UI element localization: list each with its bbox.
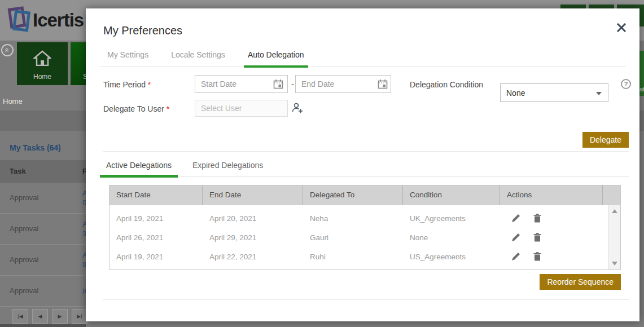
cell-condition: UK_Agreements (403, 214, 500, 223)
edit-icon[interactable] (511, 213, 521, 223)
tasks-pagination: |◀ ◀ ▶ ▶| (12, 309, 87, 324)
delegate-button[interactable]: Delegate (582, 132, 629, 148)
edit-icon[interactable] (511, 232, 521, 242)
screen: Icertis « Home S at Home My Tasks (64) T… (0, 0, 644, 327)
icertis-logo-text: Icertis (33, 6, 84, 35)
delegation-condition-select[interactable]: None (500, 83, 608, 102)
scroll-up-icon[interactable] (612, 209, 617, 213)
delegations-tabs: Active Delegations Expired Delegations (100, 160, 629, 176)
icertis-logo-icon (7, 6, 33, 35)
delegation-condition-value: None (506, 89, 525, 98)
select-user-input[interactable] (195, 100, 288, 117)
nav-tile-home[interactable]: Home (17, 42, 68, 85)
reorder-sequence-button[interactable]: Reorder Sequence (540, 274, 621, 290)
col-end-date: End Date (203, 185, 303, 205)
nav-tile-partial-right: at (639, 51, 644, 96)
cell-start-date: April 19, 2021 (109, 253, 203, 261)
my-tasks-col-task: Task (10, 167, 26, 175)
task-type: Approval (10, 224, 38, 233)
table-scrollbar[interactable] (608, 205, 620, 269)
page-next-button[interactable]: ▶ (52, 309, 68, 324)
delegate-to-user-label: Delegate To User * (103, 104, 169, 113)
chevron-down-icon (596, 92, 602, 95)
edit-icon[interactable] (511, 251, 521, 262)
page-first-button[interactable]: |◀ (12, 309, 28, 324)
end-date-input[interactable] (295, 75, 391, 93)
help-icon[interactable]: ? (621, 79, 631, 89)
nav-tile-partial-label: at (639, 86, 644, 92)
delete-icon[interactable] (532, 232, 542, 242)
dialog-title: My Preferences (103, 24, 182, 37)
col-condition: Condition (403, 185, 500, 205)
delegation-condition-label: Delegation Condition (410, 80, 483, 89)
cell-delegated-to: Neha (303, 214, 403, 223)
required-marker: * (167, 104, 169, 113)
cell-start-date: April 26, 2021 (109, 233, 203, 242)
tab-expired-delegations[interactable]: Expired Delegations (186, 160, 269, 176)
time-period-label: Time Period * (103, 80, 151, 89)
tab-active-delegations[interactable]: Active Delegations (100, 160, 178, 178)
col-actions: Actions (500, 185, 603, 205)
cell-condition: US_Agreements (403, 253, 500, 261)
col-spacer (603, 185, 620, 205)
my-tasks-title: My Tasks (64) (10, 143, 61, 152)
tab-auto-delegation[interactable]: Auto Delegation (244, 50, 308, 68)
page-last-button[interactable]: ▶| (72, 309, 87, 324)
my-preferences-dialog: My Preferences My Settings Locale Settin… (86, 8, 639, 321)
cell-condition: None (403, 233, 500, 242)
task-type: Approval (10, 255, 38, 264)
chevrons-up-icon: « (3, 48, 11, 52)
date-range-separator: - (291, 79, 294, 89)
add-user-icon[interactable] (291, 102, 304, 114)
cell-actions (500, 251, 603, 262)
cell-delegated-to: Gauri (303, 233, 403, 242)
nav-tile-home-label: Home (17, 73, 68, 81)
tab-my-settings[interactable]: My Settings (103, 50, 152, 67)
delegation-row: April 19, 2021 April 20, 2021 Neha UK_Ag… (109, 209, 620, 228)
page-prev-button[interactable]: ◀ (32, 309, 48, 324)
delegation-row: April 19, 2021 April 22, 2021 Ruhi US_Ag… (109, 247, 620, 266)
task-type: Approval (10, 193, 38, 202)
delete-icon[interactable] (532, 213, 542, 223)
cell-end-date: April 29, 2021 (203, 233, 303, 242)
required-marker: * (148, 80, 151, 89)
tab-locale-settings[interactable]: Locale Settings (167, 50, 229, 67)
cell-start-date: April 19, 2021 (109, 214, 203, 223)
scroll-down-icon[interactable] (612, 262, 617, 266)
task-type: Approval (10, 286, 38, 295)
breadcrumb[interactable]: Home (3, 97, 23, 105)
icertis-logo: Icertis (7, 6, 84, 35)
delegations-header-row: Start Date End Date Delegated To Conditi… (109, 185, 620, 205)
cell-actions (500, 232, 603, 242)
divider (103, 299, 629, 300)
calendar-icon[interactable] (378, 79, 388, 89)
collapse-nav-button[interactable]: « (1, 44, 14, 56)
cell-end-date: April 22, 2021 (203, 253, 303, 261)
home-icon (33, 50, 51, 66)
close-icon[interactable] (616, 22, 627, 33)
cell-delegated-to: Ruhi (303, 253, 403, 261)
col-start-date: Start Date (109, 185, 203, 205)
delegation-row: April 26, 2021 April 29, 2021 Gauri None (109, 228, 620, 247)
preferences-tabs: My Settings Locale Settings Auto Delegat… (99, 50, 626, 67)
delegations-table: Start Date End Date Delegated To Conditi… (109, 185, 621, 270)
calendar-icon[interactable] (273, 79, 283, 89)
bottom-bar-partial (0, 324, 86, 327)
cell-end-date: April 20, 2021 (203, 214, 303, 223)
cell-actions (500, 213, 603, 223)
col-delegated-to: Delegated To (303, 185, 403, 205)
divider (103, 151, 629, 152)
delete-icon[interactable] (532, 251, 542, 262)
